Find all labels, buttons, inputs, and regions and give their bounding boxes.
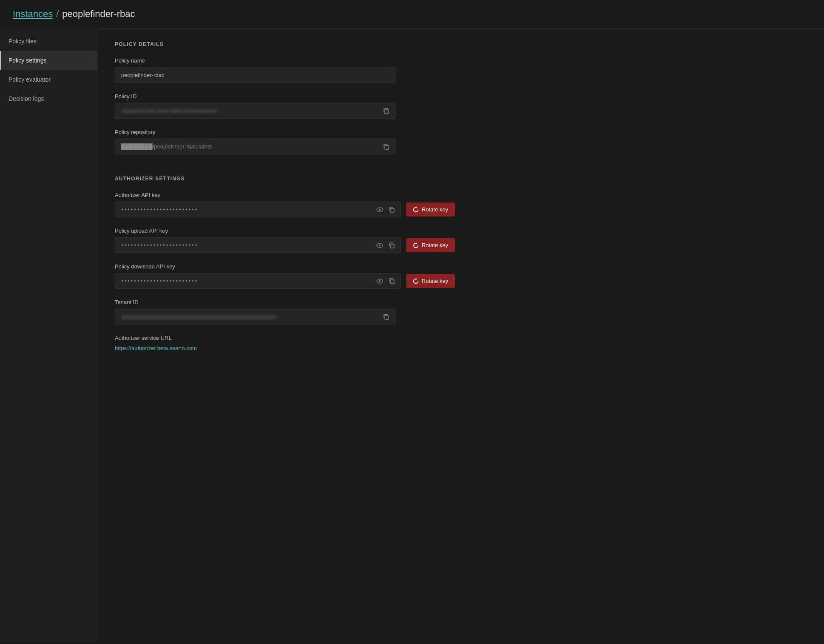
svg-point-9 <box>379 280 381 282</box>
authorizer-api-key-wrapper <box>115 202 401 217</box>
authorizer-api-key-input[interactable] <box>115 202 401 217</box>
eye-icon-2 <box>376 242 383 249</box>
policy-download-key-eye-button[interactable] <box>375 277 384 285</box>
sidebar-item-policy-settings[interactable]: Policy settings <box>0 51 97 70</box>
svg-rect-7 <box>390 244 394 248</box>
tenant-id-input[interactable] <box>115 309 395 325</box>
authorizer-api-key-icons <box>375 205 396 214</box>
tenant-id-icons <box>382 313 390 321</box>
instances-link[interactable]: Instances <box>13 9 53 20</box>
policy-upload-key-label: Policy upload API key <box>115 228 807 234</box>
copy-icon-5 <box>388 278 395 285</box>
tenant-id-copy-button[interactable] <box>382 313 390 321</box>
policy-repo-copy-button[interactable] <box>382 142 390 151</box>
policy-upload-key-input[interactable] <box>115 237 401 253</box>
policy-download-key-icons <box>375 277 396 285</box>
policy-upload-key-copy-button[interactable] <box>387 241 396 250</box>
svg-point-6 <box>379 245 381 246</box>
service-url-group: Authorizer service URL https://authorize… <box>115 335 807 351</box>
policy-upload-key-eye-button[interactable] <box>375 241 384 250</box>
page-header: Instances / peoplefinder-rbac <box>0 0 824 28</box>
authorizer-api-key-rotate-button[interactable]: Rotate key <box>406 202 455 217</box>
copy-icon-3 <box>388 206 395 213</box>
svg-rect-0 <box>385 110 389 114</box>
authorizer-api-key-eye-button[interactable] <box>375 205 384 214</box>
sidebar-item-decision-logs[interactable]: Decision logs <box>0 89 97 108</box>
svg-point-3 <box>379 209 381 211</box>
main-content: POLICY DETAILS Policy name Policy ID <box>98 28 824 643</box>
authorizer-settings-section: AUTHORIZER SETTINGS Authorizer API key <box>115 176 807 351</box>
authorizer-api-key-copy-button[interactable] <box>387 205 396 214</box>
policy-download-key-label: Policy download API key <box>115 263 807 270</box>
policy-id-input[interactable] <box>115 103 395 119</box>
policy-details-section: POLICY DETAILS Policy name Policy ID <box>115 41 807 154</box>
copy-icon-4 <box>388 242 395 249</box>
svg-rect-4 <box>390 208 394 212</box>
authorizer-settings-title: AUTHORIZER SETTINGS <box>115 176 807 182</box>
policy-download-key-input[interactable] <box>115 273 401 289</box>
policy-upload-key-wrapper <box>115 237 401 253</box>
policy-id-copy-button[interactable] <box>382 107 390 115</box>
copy-icon-6 <box>383 313 389 320</box>
tenant-id-label: Tenant ID <box>115 299 807 305</box>
copy-icon <box>383 108 389 114</box>
policy-repository-input[interactable] <box>115 139 395 154</box>
policy-repository-label: Policy repository <box>115 129 807 135</box>
policy-repository-wrapper <box>115 139 395 154</box>
authorizer-api-key-label: Authorizer API key <box>115 192 807 198</box>
policy-name-input[interactable] <box>115 67 395 83</box>
rotate-key-icon-2 <box>413 242 419 248</box>
eye-icon <box>376 206 383 213</box>
service-url-label: Authorizer service URL <box>115 335 807 341</box>
svg-rect-1 <box>385 145 389 149</box>
service-url-link[interactable]: https://authorizer.beta.aserto.com <box>115 345 197 351</box>
policy-upload-key-rotate-button[interactable]: Rotate key <box>406 238 455 252</box>
policy-name-wrapper <box>115 67 807 83</box>
policy-download-key-copy-button[interactable] <box>387 277 396 285</box>
policy-download-key-rotate-button[interactable]: Rotate key <box>406 274 455 288</box>
copy-icon-2 <box>383 143 389 150</box>
policy-name-group: Policy name <box>115 57 807 83</box>
policy-id-group: Policy ID <box>115 93 807 119</box>
rotate-key-icon-3 <box>413 278 419 284</box>
svg-rect-10 <box>390 280 394 284</box>
policy-repo-icons <box>382 142 390 151</box>
breadcrumb-separator: / <box>56 9 59 20</box>
authorizer-api-key-row: Rotate key <box>115 202 455 217</box>
sidebar: Policy files Policy settings Policy eval… <box>0 28 98 643</box>
policy-upload-key-group: Policy upload API key <box>115 228 807 253</box>
tenant-id-group: Tenant ID <box>115 299 807 325</box>
policy-details-title: POLICY DETAILS <box>115 41 807 47</box>
sidebar-item-policy-evaluator[interactable]: Policy evaluator <box>0 70 97 89</box>
policy-repository-group: Policy repository <box>115 129 807 154</box>
authorizer-api-key-group: Authorizer API key <box>115 192 807 217</box>
policy-id-icons <box>382 107 390 115</box>
instance-name: peoplefinder-rbac <box>62 9 135 20</box>
policy-download-key-group: Policy download API key <box>115 263 807 289</box>
page-layout: Policy files Policy settings Policy eval… <box>0 28 824 643</box>
policy-id-wrapper <box>115 103 395 119</box>
policy-upload-key-row: Rotate key <box>115 237 455 253</box>
rotate-key-icon <box>413 207 419 213</box>
eye-icon-3 <box>376 278 383 285</box>
policy-download-key-row: Rotate key <box>115 273 455 289</box>
tenant-id-wrapper <box>115 309 395 325</box>
policy-upload-key-icons <box>375 241 396 250</box>
svg-rect-11 <box>385 316 389 319</box>
sidebar-item-policy-files[interactable]: Policy files <box>0 32 97 51</box>
policy-name-label: Policy name <box>115 57 807 64</box>
policy-id-label: Policy ID <box>115 93 807 100</box>
policy-download-key-wrapper <box>115 273 401 289</box>
